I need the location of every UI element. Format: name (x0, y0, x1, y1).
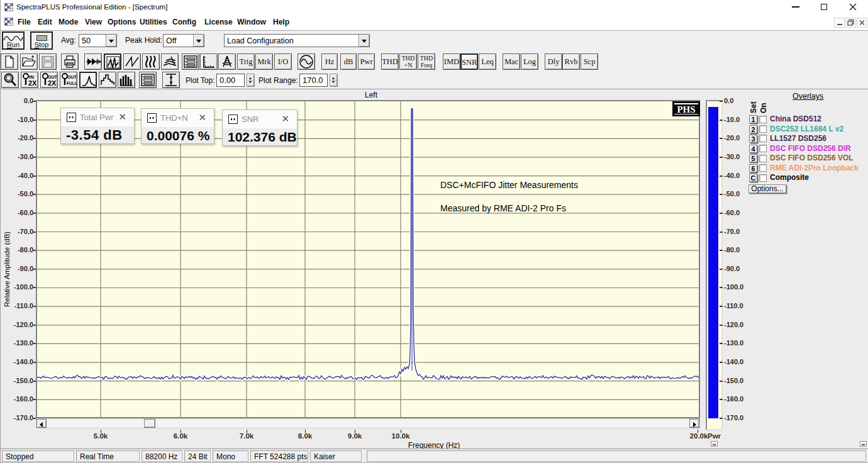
svg-text:FULL: FULL (67, 81, 77, 86)
svg-text:OUT: OUT (67, 75, 77, 79)
svg-text:2X: 2X (28, 79, 37, 87)
svg-text:2X: 2X (48, 79, 57, 87)
svg-text:OUT: OUT (48, 75, 57, 79)
